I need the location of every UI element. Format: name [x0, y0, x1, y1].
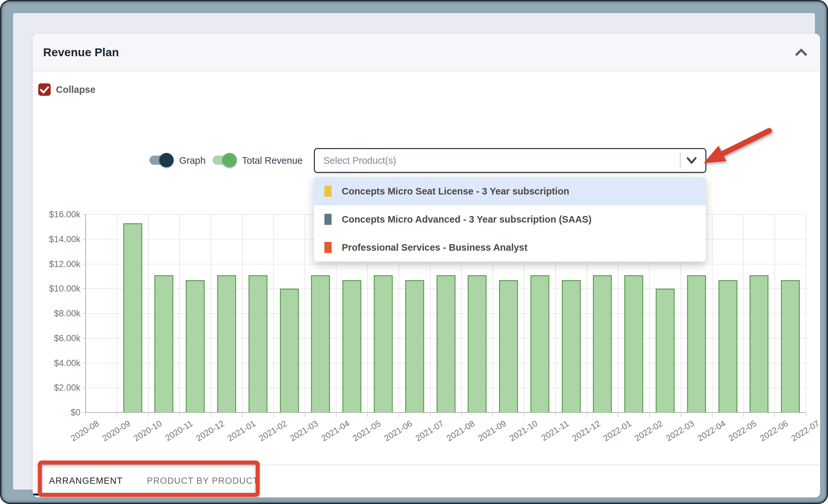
x-tick	[85, 413, 86, 417]
product-color-swatch	[324, 242, 332, 253]
x-axis-label: 2020-09	[100, 418, 132, 444]
x-tick	[618, 413, 618, 417]
x-tick	[430, 413, 431, 417]
product-dropdown-menu: Concepts Micro Seat License - 3 Year sub…	[314, 177, 706, 262]
dropdown-option-label: Professional Services - Business Analyst	[342, 242, 528, 253]
x-gridline	[242, 215, 243, 412]
x-axis-label: 2021-05	[351, 418, 383, 444]
window-frame: Revenue Plan Collapse Graph Total Revenu…	[0, 0, 828, 504]
x-tick	[680, 413, 681, 417]
dropdown-option[interactable]: Professional Services - Business Analyst	[314, 233, 706, 262]
x-axis-label: 2022-02	[633, 418, 664, 444]
bar-2021-10	[530, 275, 549, 412]
y-axis-label: $16.00k	[35, 210, 80, 220]
revenue-bar-chart: $0$2.00k$4.00k$6.00k$8.00k$10.00k$12.00k…	[33, 34, 820, 498]
x-tick	[179, 413, 180, 417]
y-gridline	[86, 264, 806, 264]
x-gridline	[806, 215, 806, 412]
x-axis-label: 2021-02	[257, 418, 289, 444]
x-axis-label: 2020-08	[69, 418, 101, 444]
x-tick	[806, 413, 806, 417]
x-tick	[587, 413, 587, 417]
bar-2022-04	[718, 280, 737, 412]
active-tab-indicator	[33, 494, 138, 496]
x-axis-label: 2021-07	[414, 418, 445, 444]
x-axis-label: 2021-11	[539, 418, 571, 443]
y-axis-label: $8.00k	[35, 309, 80, 319]
x-axis-label: 2021-09	[476, 418, 508, 444]
bar-2021-03	[311, 275, 330, 412]
bar-2021-05	[374, 275, 393, 412]
bar-2022-03	[687, 275, 706, 412]
x-axis-label: 2021-08	[445, 418, 477, 444]
tab-product-by-product[interactable]: PRODUCT BY PRODUCT	[147, 465, 259, 497]
x-tick	[493, 413, 493, 417]
bar-2021-01	[249, 275, 267, 412]
x-axis-label: 2022-01	[602, 418, 633, 444]
x-axis-label: 2020-10	[132, 418, 164, 444]
bar-2022-01	[624, 275, 643, 412]
x-tick	[649, 413, 650, 417]
x-axis-label: 2021-06	[382, 418, 414, 444]
page-background: Revenue Plan Collapse Graph Total Revenu…	[13, 13, 815, 490]
x-gridline	[274, 215, 274, 412]
x-axis-label: 2020-12	[194, 418, 226, 444]
product-color-swatch	[324, 214, 332, 225]
x-gridline	[117, 215, 117, 412]
bar-2021-12	[593, 275, 612, 412]
x-axis-label: 2021-01	[225, 418, 257, 444]
bar-2021-06	[405, 280, 424, 412]
y-axis-label: $12.00k	[35, 259, 80, 269]
product-color-swatch	[324, 186, 332, 197]
bar-2021-11	[562, 280, 581, 412]
x-axis-label: 2022-03	[664, 418, 696, 444]
tab-arrangement[interactable]: ARRANGEMENT	[49, 465, 123, 497]
y-axis-label: $14.00k	[35, 234, 80, 244]
x-tick	[461, 413, 462, 417]
x-tick	[274, 413, 274, 417]
x-tick	[712, 413, 712, 417]
tab-bar: ARRANGEMENT PRODUCT BY PRODUCT	[33, 464, 820, 498]
x-tick	[148, 413, 149, 417]
bar-2020-09	[123, 223, 142, 412]
bar-2020-11	[186, 280, 205, 412]
y-axis-label: $2.00k	[35, 383, 80, 393]
y-axis-label: $4.00k	[35, 358, 80, 368]
x-tick	[304, 413, 305, 417]
x-tick	[211, 413, 211, 417]
x-axis-label: 2021-12	[570, 418, 602, 444]
x-axis-label: 2021-10	[507, 418, 539, 444]
bar-2021-02	[280, 289, 299, 412]
bar-2020-12	[217, 275, 236, 412]
y-axis-label: $0	[35, 408, 80, 418]
x-gridline	[211, 215, 211, 412]
bar-2022-02	[656, 289, 675, 412]
x-axis-label: 2022-07	[789, 418, 820, 444]
dropdown-option-label: Concepts Micro Advanced - 3 Year subscri…	[342, 214, 591, 225]
x-tick	[367, 413, 368, 417]
x-axis-label: 2022-06	[758, 418, 790, 444]
x-gridline	[179, 215, 180, 412]
dropdown-option-label: Concepts Micro Seat License - 3 Year sub…	[342, 186, 569, 197]
x-gridline	[774, 215, 775, 412]
bar-2021-08	[468, 275, 487, 412]
x-axis-label: 2022-04	[696, 418, 727, 444]
x-gridline	[743, 215, 744, 412]
x-gridline	[304, 215, 305, 412]
x-tick	[242, 413, 243, 417]
bar-2021-04	[342, 280, 361, 412]
y-axis-label: $6.00k	[35, 333, 80, 343]
x-axis-label: 2022-05	[727, 418, 758, 444]
x-tick	[774, 413, 775, 417]
dropdown-option[interactable]: Concepts Micro Seat License - 3 Year sub…	[314, 177, 706, 205]
x-tick	[399, 413, 399, 417]
bar-2020-10	[154, 275, 173, 412]
y-axis-label: $10.00k	[35, 284, 80, 294]
dropdown-option[interactable]: Concepts Micro Advanced - 3 Year subscri…	[314, 205, 706, 233]
bar-2021-09	[499, 280, 518, 412]
x-gridline	[148, 215, 149, 412]
x-gridline	[712, 215, 712, 412]
x-axis-label: 2021-03	[288, 418, 320, 444]
bar-2022-06	[781, 280, 800, 412]
x-tick	[336, 413, 336, 417]
